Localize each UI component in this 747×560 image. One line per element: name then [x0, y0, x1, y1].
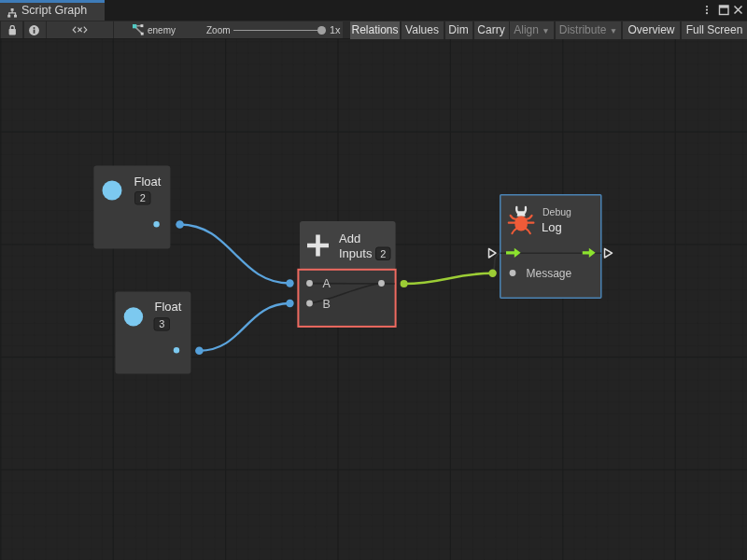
svg-text:Message: Message — [527, 267, 572, 280]
svg-text:Inputs: Inputs — [339, 246, 373, 260]
svg-text:Add: Add — [339, 231, 360, 245]
svg-text:A: A — [323, 277, 331, 290]
svg-text:3: 3 — [159, 318, 164, 329]
svg-text:Debug: Debug — [543, 206, 571, 217]
svg-text:Float: Float — [134, 175, 162, 189]
svg-text:B: B — [323, 298, 331, 311]
svg-text:Log: Log — [542, 220, 562, 234]
svg-text:Float: Float — [155, 300, 182, 314]
svg-text:2: 2 — [140, 192, 146, 203]
svg-text:2: 2 — [380, 248, 386, 259]
